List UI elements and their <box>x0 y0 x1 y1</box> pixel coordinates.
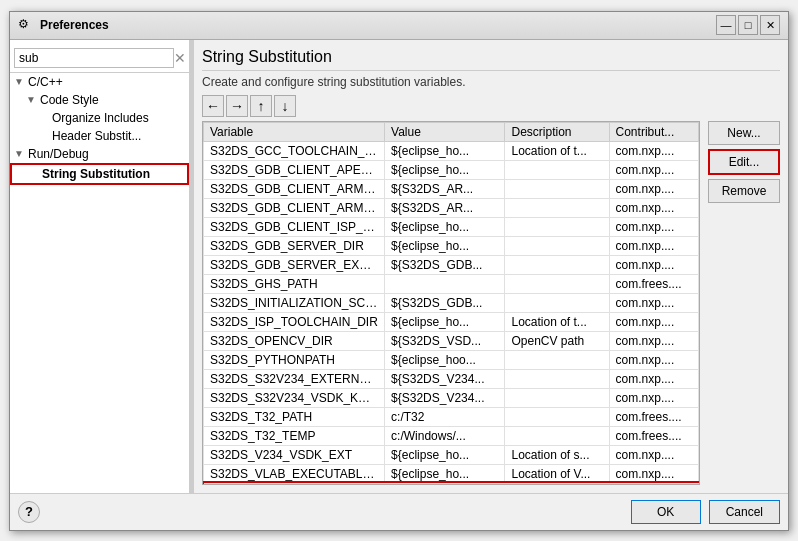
cell-contrib: com.frees.... <box>609 407 698 426</box>
variables-table: Variable Value Description Contribut... … <box>203 122 699 485</box>
table-row[interactable]: S32DS_T32_TEMPc:/Windows/...com.frees...… <box>204 426 699 445</box>
table-row[interactable]: S32DS_GCC_TOOLCHAIN_DIR${eclipse_ho...Lo… <box>204 141 699 160</box>
cell-contrib: com.frees.... <box>609 274 698 293</box>
table-row[interactable]: S32DS_GDB_SERVER_EXECUTABLE_P...${S32DS_… <box>204 255 699 274</box>
remove-button[interactable]: Remove <box>708 179 780 203</box>
cell-value: ${S32DS_V234... <box>385 369 505 388</box>
cell-value <box>385 274 505 293</box>
cell-description <box>505 274 609 293</box>
col-description: Description <box>505 122 609 141</box>
tree-label-rundebug: Run/Debug <box>28 147 89 161</box>
tree-item-stringsubst[interactable]: String Substitution <box>10 163 189 185</box>
edit-button[interactable]: Edit... <box>708 149 780 175</box>
cell-contrib: com.nxp.... <box>609 312 698 331</box>
cell-variable: S32DS_GDB_SERVER_DIR <box>204 236 385 255</box>
left-panel: ✕ ▼C/C++▼Code StyleOrganize IncludesHead… <box>10 40 190 493</box>
cell-variable: S32DS_S32V234_VSDK_KERNELS <box>204 388 385 407</box>
cell-description <box>505 255 609 274</box>
close-button[interactable]: ✕ <box>760 15 780 35</box>
title-bar-buttons: — □ ✕ <box>716 15 780 35</box>
help-button[interactable]: ? <box>18 501 40 523</box>
cell-description: Location of V... <box>505 464 609 483</box>
cell-variable: S32DS_S32V234_EXTERNAL_KERNELS <box>204 369 385 388</box>
cell-contrib: com.frees.... <box>609 426 698 445</box>
minimize-button[interactable]: — <box>716 15 736 35</box>
up-button[interactable]: ↑ <box>250 95 272 117</box>
cell-value: c:/Windows/... <box>385 426 505 445</box>
bottom-bar: ? OK Cancel <box>10 493 788 530</box>
search-bar: ✕ <box>10 44 189 73</box>
back-button[interactable]: ← <box>202 95 224 117</box>
table-row[interactable]: S32DS_GHS_PATHcom.frees.... <box>204 274 699 293</box>
cell-variable: S32DS_GDB_SERVER_EXECUTABLE_P... <box>204 255 385 274</box>
table-row[interactable]: S32DS_ISP_TOOLCHAIN_DIR${eclipse_ho...Lo… <box>204 312 699 331</box>
ok-button[interactable]: OK <box>631 500 701 524</box>
cell-description <box>505 350 609 369</box>
cell-value: ${eclipse_hoo... <box>385 350 505 369</box>
cell-value: ${S32DS_AR... <box>385 179 505 198</box>
cell-variable: S32DS_ISP_TOOLCHAIN_DIR <box>204 312 385 331</box>
cell-contrib: com.nxp.... <box>609 464 698 483</box>
cell-value: ${S32DS_GDB... <box>385 293 505 312</box>
tree-container: ▼C/C++▼Code StyleOrganize IncludesHeader… <box>10 73 189 185</box>
table-row[interactable]: S32DS_GDB_SERVER_DIR${eclipse_ho...com.n… <box>204 236 699 255</box>
cell-value: ${eclipse_ho... <box>385 464 505 483</box>
cell-description: Location of t... <box>505 141 609 160</box>
cell-contrib: com.nxp.... <box>609 198 698 217</box>
tree-item-organizeincludes[interactable]: Organize Includes <box>10 109 189 127</box>
table-row[interactable]: S32DS_GDB_CLIENT_APEX_EXECUTA...${eclips… <box>204 160 699 179</box>
tree-item-cpp[interactable]: ▼C/C++ <box>10 73 189 91</box>
col-value: Value <box>385 122 505 141</box>
cell-description: VSDK path <box>505 483 609 485</box>
table-row[interactable]: S32DS_GDB_CLIENT_ISP_EXECUTAB...${eclips… <box>204 217 699 236</box>
panel-description: Create and configure string substitution… <box>202 75 780 89</box>
table-row[interactable]: S32DS_VLAB_EXECUTABLE_PATH${eclipse_ho..… <box>204 464 699 483</box>
forward-button[interactable]: → <box>226 95 248 117</box>
cell-description <box>505 407 609 426</box>
cell-variable: S32DS_INITIALIZATION_SCRIPTS_DIR <box>204 293 385 312</box>
new-button[interactable]: New... <box>708 121 780 145</box>
table-row[interactable]: S32DS_OPENCV_DIR${S32DS_VSD...OpenCV pat… <box>204 331 699 350</box>
tree-label-codestyle: Code Style <box>40 93 99 107</box>
title-bar: ⚙ Preferences — □ ✕ <box>10 12 788 40</box>
tree-item-codestyle[interactable]: ▼Code Style <box>10 91 189 109</box>
col-variable: Variable <box>204 122 385 141</box>
down-button[interactable]: ↓ <box>274 95 296 117</box>
cell-contrib: com.nxp.... <box>609 160 698 179</box>
cell-value: ${S32DS_AR... <box>385 198 505 217</box>
tree-label-stringsubst: String Substitution <box>42 167 150 181</box>
cell-contrib: com.nxp.... <box>609 141 698 160</box>
maximize-button[interactable]: □ <box>738 15 758 35</box>
table-row[interactable]: S32DS_INITIALIZATION_SCRIPTS_DIR${S32DS_… <box>204 293 699 312</box>
tree-label-cpp: C/C++ <box>28 75 63 89</box>
panel-title: String Substitution <box>202 48 780 71</box>
cell-contrib: com.nxp.... <box>609 255 698 274</box>
cell-description <box>505 217 609 236</box>
table-row[interactable]: S32DS_V234_VSDK_EXT${eclipse_ho...Locati… <box>204 445 699 464</box>
cell-contrib: com.nxp.... <box>609 217 698 236</box>
cell-value: ${eclipse_ho... <box>385 445 505 464</box>
cancel-button[interactable]: Cancel <box>709 500 780 524</box>
cell-contrib: com.nxp.... <box>609 369 698 388</box>
table-row[interactable]: S32DS_S32V234_VSDK_KERNELS${S32DS_V234..… <box>204 388 699 407</box>
cell-variable: S32DS_GDB_CLIENT_ARM64_EXECU... <box>204 198 385 217</box>
tree-item-headersubst[interactable]: Header Substit... <box>10 127 189 145</box>
table-row[interactable]: S32DS_S32V234_EXTERNAL_KERNELS${S32DS_V2… <box>204 369 699 388</box>
table-container[interactable]: Variable Value Description Contribut... … <box>202 121 700 485</box>
table-row[interactable]: S32DS_PYTHONPATH${eclipse_hoo...com.nxp.… <box>204 350 699 369</box>
main-content: Variable Value Description Contribut... … <box>202 121 780 485</box>
search-input[interactable] <box>14 48 174 68</box>
tree-item-rundebug[interactable]: ▼Run/Debug <box>10 145 189 163</box>
table-row[interactable]: S32DS_GDB_CLIENT_ARM64_EXECU...${S32DS_A… <box>204 198 699 217</box>
table-row[interactable]: S32DS_T32_PATHc:/T32com.frees.... <box>204 407 699 426</box>
table-row[interactable]: S32DS_VSDK_DIR${eclipse_ho...VSDK pathco… <box>204 483 699 485</box>
table-row[interactable]: S32DS_GDB_CLIENT_ARM32_EXECU...${S32DS_A… <box>204 179 699 198</box>
bottom-right: OK Cancel <box>631 500 780 524</box>
title-bar-text: Preferences <box>40 18 710 32</box>
cell-description <box>505 179 609 198</box>
cell-contrib: com.nxp.... <box>609 445 698 464</box>
search-clear-button[interactable]: ✕ <box>174 50 186 66</box>
cell-contrib: com.nxp.... <box>609 388 698 407</box>
cell-value: ${S32DS_GDB... <box>385 255 505 274</box>
right-panel: String Substitution Create and configure… <box>194 40 788 493</box>
